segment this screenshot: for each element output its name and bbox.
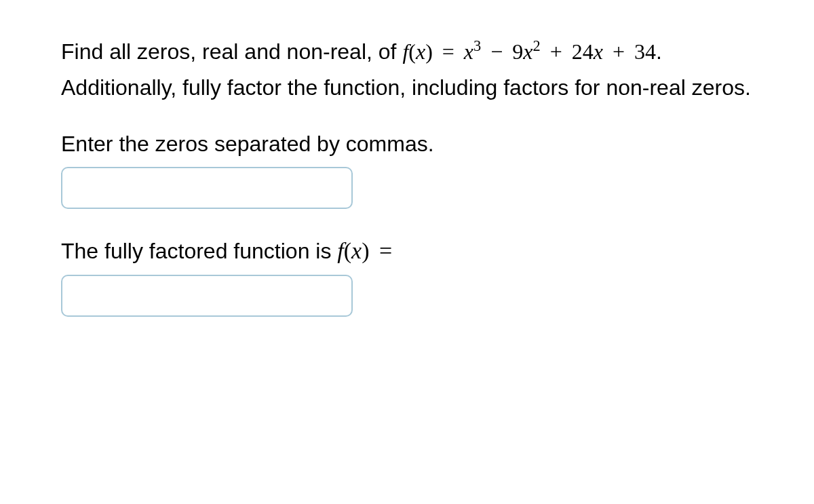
factored-label: The fully factored function is f(x) = — [61, 233, 753, 268]
factored-fn-name: f — [337, 238, 343, 263]
function-formula: f(x) = x3 − 9x2 + 24x + 34 — [402, 39, 656, 64]
const: 34 — [634, 39, 656, 64]
term1-var: x — [464, 39, 473, 64]
term1-exp: 3 — [473, 37, 481, 54]
term3-var: x — [594, 39, 603, 64]
coef3: 24 — [572, 39, 594, 64]
factored-fn: f(x) = — [337, 238, 396, 263]
question-intro-text: Find all zeros, real and non-real, of — [61, 39, 402, 64]
factored-label-before: The fully factored function is — [61, 239, 337, 263]
factored-fn-arg: x — [351, 238, 362, 263]
question-prompt: Find all zeros, real and non-real, of f(… — [61, 34, 753, 106]
zeros-instruction: Enter the zeros separated by commas. — [61, 128, 753, 160]
factored-input[interactable] — [61, 275, 353, 317]
term2-exp: 2 — [532, 37, 540, 54]
coef2: 9 — [512, 39, 523, 64]
zeros-input[interactable] — [61, 167, 353, 209]
fn-name: f — [402, 39, 408, 64]
term2-var: x — [523, 39, 532, 64]
fn-arg: x — [416, 39, 425, 64]
